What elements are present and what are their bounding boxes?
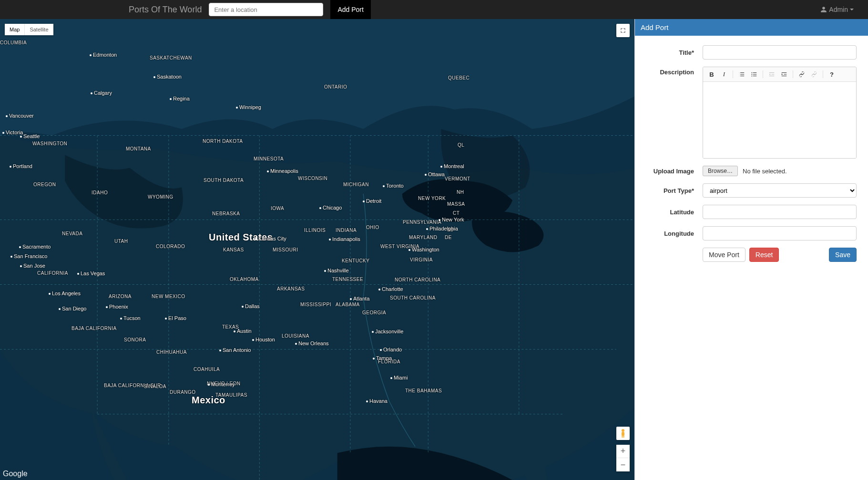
side-panel: Add Port Title* Description B I xyxy=(634,19,868,480)
ordered-list-button[interactable] xyxy=(736,69,747,80)
ordered-list-icon xyxy=(738,71,745,78)
navbar-inner: Ports Of The World Add Port xyxy=(129,0,371,19)
label-upload: Upload Image xyxy=(646,168,694,175)
map-pane[interactable]: Map Satellite + − Google xyxy=(0,19,634,480)
fullscreen-button[interactable] xyxy=(616,24,630,37)
navbar: Ports Of The World Add Port Admin xyxy=(0,0,868,19)
svg-point-0 xyxy=(622,429,624,432)
svg-rect-1 xyxy=(622,432,624,436)
main: Map Satellite + − Google xyxy=(0,19,868,480)
unordered-list-button[interactable] xyxy=(748,69,760,80)
indent-button[interactable] xyxy=(778,69,790,80)
toolbar-separator xyxy=(763,70,763,78)
google-logo: Google xyxy=(3,470,28,478)
user-icon xyxy=(820,6,827,13)
zoom-in-button[interactable]: + xyxy=(616,445,630,458)
browse-button[interactable]: Browse… xyxy=(703,166,738,176)
link-icon xyxy=(798,71,805,78)
toolbar-separator xyxy=(733,70,733,78)
svg-point-5 xyxy=(751,72,752,73)
map-type-map-button[interactable]: Map xyxy=(5,24,25,35)
description-textarea[interactable] xyxy=(703,82,856,158)
map-type-control: Map Satellite xyxy=(5,24,53,35)
port-type-select[interactable]: airport xyxy=(703,183,857,198)
map-right-controls: + − xyxy=(616,427,630,471)
svg-rect-2 xyxy=(622,435,623,438)
italic-button[interactable]: I xyxy=(718,69,730,80)
latitude-input[interactable] xyxy=(703,205,857,219)
svg-point-7 xyxy=(751,76,752,77)
toolbar-separator xyxy=(823,70,823,78)
label-longitude: Longitude xyxy=(646,230,694,237)
outdent-button[interactable] xyxy=(766,69,777,80)
move-port-button[interactable]: Move Port xyxy=(703,248,745,262)
search-wrap xyxy=(209,3,323,16)
file-status: No file selected. xyxy=(743,168,787,175)
pegman-icon xyxy=(619,429,627,438)
indent-icon xyxy=(781,71,787,78)
svg-point-6 xyxy=(751,74,752,75)
add-port-nav-link[interactable]: Add Port xyxy=(330,0,370,19)
save-button[interactable]: Save xyxy=(829,248,857,262)
label-title: Title* xyxy=(646,49,694,56)
title-input[interactable] xyxy=(703,45,857,60)
svg-rect-3 xyxy=(623,435,624,438)
zoom-control: + − xyxy=(616,445,630,471)
label-latitude: Latitude xyxy=(646,209,694,216)
longitude-input[interactable] xyxy=(703,226,857,240)
unlink-icon xyxy=(811,71,817,78)
help-button[interactable]: ? xyxy=(826,69,837,80)
unordered-list-icon xyxy=(751,71,757,78)
caret-down-icon xyxy=(850,9,854,10)
bold-button[interactable]: B xyxy=(706,69,717,80)
brand[interactable]: Ports Of The World xyxy=(129,5,202,15)
user-name: Admin xyxy=(829,6,848,13)
zoom-out-button[interactable]: − xyxy=(616,458,630,471)
label-port-type: Port Type* xyxy=(646,187,694,194)
outdent-icon xyxy=(768,71,775,78)
user-menu[interactable]: Admin xyxy=(820,6,854,13)
map-svg xyxy=(0,19,634,480)
panel-title: Add Port xyxy=(635,19,868,36)
toolbar-separator xyxy=(793,70,793,78)
pegman-control[interactable] xyxy=(616,427,630,440)
label-description: Description xyxy=(646,67,694,76)
reset-button[interactable]: Reset xyxy=(749,248,779,262)
description-editor: B I ? xyxy=(703,67,857,159)
unlink-button[interactable] xyxy=(808,69,820,80)
fullscreen-icon xyxy=(620,27,626,34)
link-button[interactable] xyxy=(796,69,807,80)
editor-toolbar: B I ? xyxy=(703,67,856,82)
map-canvas: United StatesMexicoCOLUMBIASASKATCHEWANO… xyxy=(0,19,634,480)
panel-body: Title* Description B I xyxy=(635,36,868,480)
location-search-input[interactable] xyxy=(209,3,323,16)
map-type-satellite-button[interactable]: Satellite xyxy=(25,24,53,35)
